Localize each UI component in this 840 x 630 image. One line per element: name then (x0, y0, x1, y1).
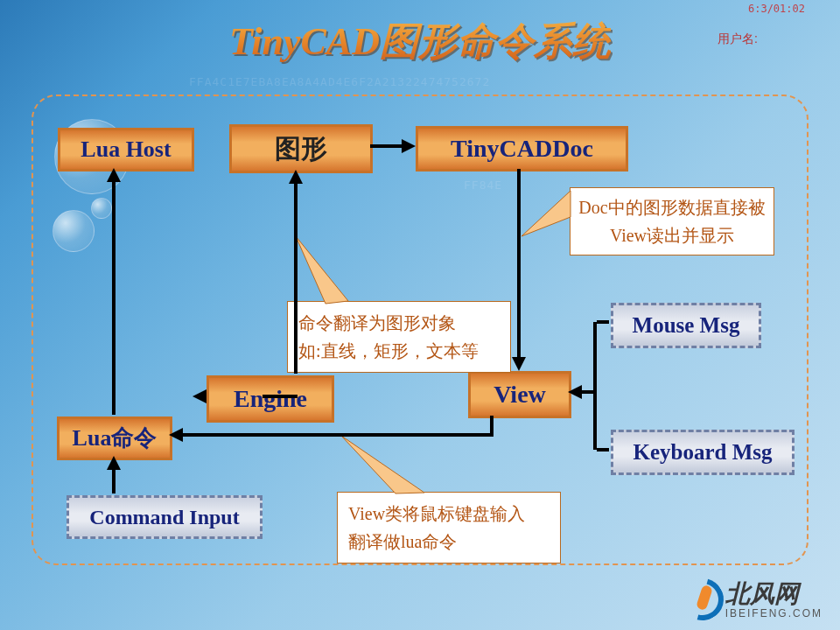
arrowhead (192, 389, 206, 403)
arrow (581, 390, 597, 394)
note-doc-view: Doc中的图形数据直接被View读出并显示 (570, 187, 774, 256)
arrow (490, 416, 494, 435)
callout-tail-icon (522, 191, 576, 242)
arrowhead (512, 357, 526, 371)
arrow (593, 392, 597, 450)
arrow (294, 183, 298, 374)
arrow (112, 181, 116, 415)
note-line: 翻译做lua命令 (348, 532, 457, 551)
arrow (597, 320, 609, 324)
arrow (182, 433, 494, 437)
svg-marker-1 (522, 191, 570, 236)
arrowhead (107, 456, 121, 470)
arrowhead (107, 168, 121, 182)
node-shape: 图形 (229, 124, 373, 173)
arrowhead (402, 139, 416, 153)
arrow (112, 469, 116, 494)
node-keyboard-msg: Keyboard Msg (611, 430, 794, 475)
node-lua-host: Lua Host (58, 128, 194, 172)
watermark-text: FFA4C1E7EBA8EA8A4AD4E6F2A21322474752672 (189, 75, 490, 88)
callout-tail-icon (341, 436, 429, 497)
note-line: 命令翻译为图形对象 (298, 313, 456, 332)
arrowhead (169, 428, 183, 442)
note-cmd-translate: 命令翻译为图形对象 如:直线，矩形，文本等 (287, 301, 511, 373)
node-view: View (468, 371, 571, 418)
arrow (517, 169, 521, 358)
timestamp: 6:3/01:02 (748, 3, 805, 15)
brand-logo-icon (683, 580, 720, 617)
node-mouse-msg: Mouse Msg (611, 303, 761, 348)
user-label: 用户名: (718, 32, 758, 47)
node-command-input: Command Input (66, 495, 262, 539)
note-view-translate: View类将鼠标键盘输入 翻译做lua命令 (337, 492, 561, 564)
brand-logo: 北风网 IBEIFENG.COM (683, 578, 822, 620)
node-engine: Engine (206, 375, 334, 423)
arrow (593, 322, 597, 392)
note-line: 如:直线，矩形，文本等 (298, 341, 479, 360)
arrowhead (568, 385, 582, 399)
arrow (370, 144, 402, 148)
page-title: TinyCAD图形命令系统 (229, 16, 611, 67)
arrow (597, 448, 609, 452)
arrowhead (289, 170, 303, 184)
note-line: View类将鼠标键盘输入 (348, 504, 525, 523)
brand-name-en: IBEIFENG.COM (725, 607, 822, 620)
brand-name-cn: 北风网 (725, 578, 822, 611)
node-lua-cmd: Lua命令 (57, 416, 172, 460)
svg-marker-2 (341, 436, 424, 494)
callout-tail-icon (290, 236, 354, 304)
arrow (262, 395, 298, 398)
svg-marker-0 (296, 236, 348, 304)
node-tinycaddoc: TinyCADDoc (416, 126, 628, 172)
